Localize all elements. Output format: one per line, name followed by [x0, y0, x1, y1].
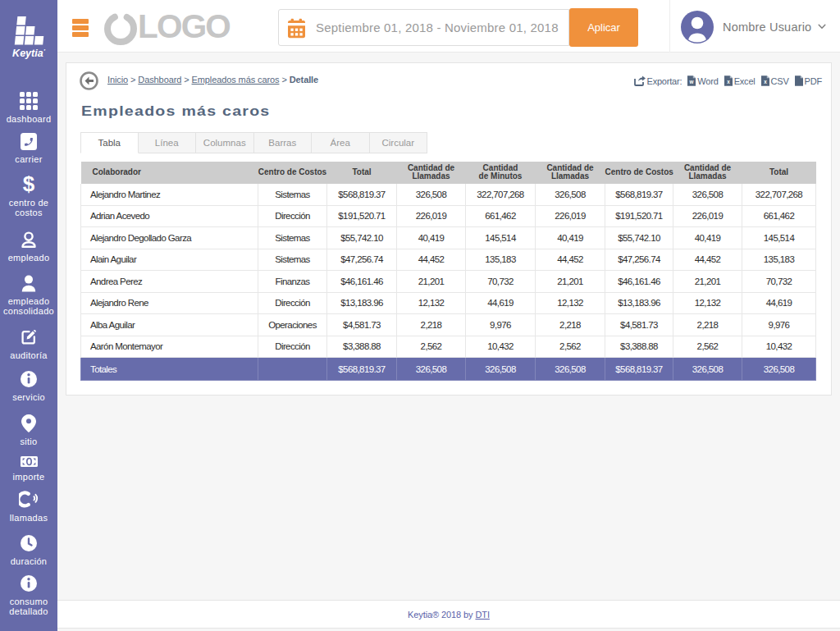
svg-text:w: w: [689, 79, 694, 85]
